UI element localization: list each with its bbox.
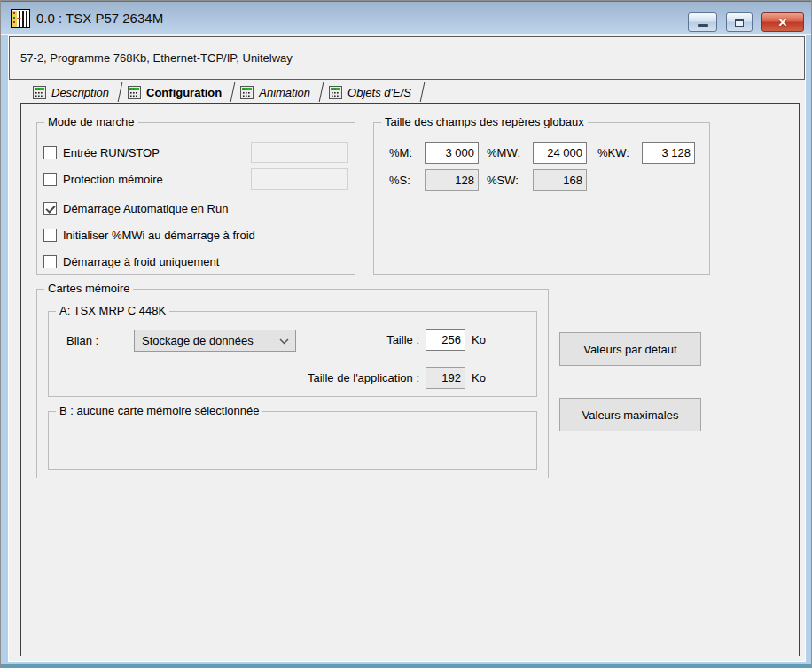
- bilan-dropdown[interactable]: Stockage de données: [134, 330, 296, 352]
- plc-rack-icon: [11, 9, 30, 28]
- maximize-button[interactable]: [726, 12, 753, 32]
- group-slot-b: B : aucune carte mémoire sélectionnée: [48, 411, 537, 470]
- checkbox-entree-run-stop[interactable]: [43, 146, 57, 159]
- tab-label: Animation: [259, 86, 310, 99]
- checkbox-label: Protection mémoire: [63, 173, 163, 186]
- chevron-down-icon: [279, 338, 289, 345]
- taille-application-field: [426, 367, 465, 389]
- checkbox-row-demarrage-auto: Démarrage Automatique en Run: [43, 201, 228, 215]
- checkbox-row-protection-memoire: Protection mémoire: [43, 172, 163, 186]
- label-percent-kw: %KW:: [597, 142, 629, 164]
- checkbox-label: Démarrage à froid uniquement: [63, 255, 219, 268]
- group-title: B : aucune carte mémoire sélectionnée: [56, 404, 262, 417]
- module-icon: [329, 86, 342, 99]
- checkbox-demarrage-froid[interactable]: [43, 255, 57, 268]
- taille-application-unit: Ko: [472, 367, 486, 389]
- module-icon: [128, 86, 141, 99]
- field-percent-mw[interactable]: [533, 142, 587, 164]
- group-title: Taille des champs des repères globaux: [381, 115, 588, 128]
- tab-label: Description: [51, 86, 109, 99]
- checkbox-demarrage-automatique[interactable]: [43, 202, 57, 215]
- tab-label: Configuration: [146, 86, 222, 99]
- field-percent-sw: [533, 169, 587, 191]
- module-icon: [240, 86, 254, 99]
- valeurs-par-defaut-button[interactable]: Valeurs par défaut: [559, 332, 701, 366]
- group-slot-a: A: TSX MRP C 448K Bilan : Stockage de do…: [48, 311, 537, 397]
- close-button[interactable]: ✕: [761, 12, 804, 32]
- field-percent-m[interactable]: [425, 142, 479, 164]
- group-title: A: TSX MRP C 448K: [56, 304, 169, 317]
- label-percent-mw: %MW:: [487, 142, 520, 164]
- group-taille-reperes: Taille des champs des repères globaux %M…: [373, 122, 710, 275]
- window-title: 0.0 : TSX P57 2634M: [36, 2, 163, 35]
- processor-description: 57-2, Programme 768Kb, Ethernet-TCP/IP, …: [20, 51, 293, 65]
- checkbox-row-initialiser-mwi: Initialiser %MWi au démarrage à froid: [43, 228, 255, 242]
- group-title: Cartes mémoire: [44, 282, 133, 295]
- entree-run-stop-field[interactable]: [251, 142, 348, 163]
- tab-animation[interactable]: Animation: [233, 82, 321, 103]
- app-window: 0.0 : TSX P57 2634M ✕ 57-2, Programme 76…: [0, 0, 812, 668]
- field-percent-kw[interactable]: [642, 142, 695, 164]
- checkbox-initialiser-mwi[interactable]: [43, 229, 57, 242]
- taille-unit: Ko: [472, 329, 486, 351]
- titlebar: 0.0 : TSX P57 2634M ✕: [1, 1, 812, 35]
- checkbox-row-demarrage-froid: Démarrage à froid uniquement: [43, 254, 219, 268]
- field-percent-s: [425, 169, 479, 191]
- module-icon: [33, 86, 46, 99]
- label-percent-s: %S:: [389, 169, 410, 191]
- label-percent-m: %M:: [389, 142, 412, 164]
- tabstrip: Description Configuration Animation: [26, 82, 423, 103]
- tab-label: Objets d'E/S: [347, 86, 411, 99]
- processor-description-bar: 57-2, Programme 768Kb, Ethernet-TCP/IP, …: [9, 36, 805, 80]
- taille-application-label: Taille de l'application :: [224, 367, 419, 389]
- checkbox-row-entree-run-stop: Entrée RUN/STOP: [43, 145, 160, 159]
- taille-label: Taille :: [315, 329, 419, 351]
- checkbox-label: Démarrage Automatique en Run: [63, 202, 228, 215]
- window-bottom-edge: [1, 664, 812, 667]
- tab-objets-es[interactable]: Objets d'E/S: [322, 82, 422, 103]
- group-title: Mode de marche: [44, 115, 138, 128]
- group-cartes-memoire: Cartes mémoire A: TSX MRP C 448K Bilan :…: [36, 289, 549, 478]
- checkbox-label: Entrée RUN/STOP: [63, 146, 160, 159]
- close-icon: ✕: [778, 16, 788, 29]
- label-percent-sw: %SW:: [487, 169, 519, 191]
- tab-description[interactable]: Description: [26, 82, 120, 103]
- minimize-button[interactable]: [688, 12, 717, 32]
- maximize-icon: [735, 19, 744, 27]
- tab-configuration[interactable]: Configuration: [121, 82, 232, 103]
- checkbox-label: Initialiser %MWi au démarrage à froid: [63, 229, 255, 242]
- group-mode-de-marche: Mode de marche Entrée RUN/STOP Protectio…: [36, 122, 355, 275]
- bilan-dropdown-value: Stockage de données: [142, 334, 254, 347]
- checkbox-protection-memoire[interactable]: [43, 173, 57, 186]
- valeurs-maximales-button[interactable]: Valeurs maximales: [559, 398, 701, 431]
- protection-memoire-field[interactable]: [251, 168, 348, 190]
- taille-field[interactable]: [426, 329, 465, 351]
- minimize-icon: [698, 24, 708, 27]
- bilan-label: Bilan :: [66, 330, 98, 352]
